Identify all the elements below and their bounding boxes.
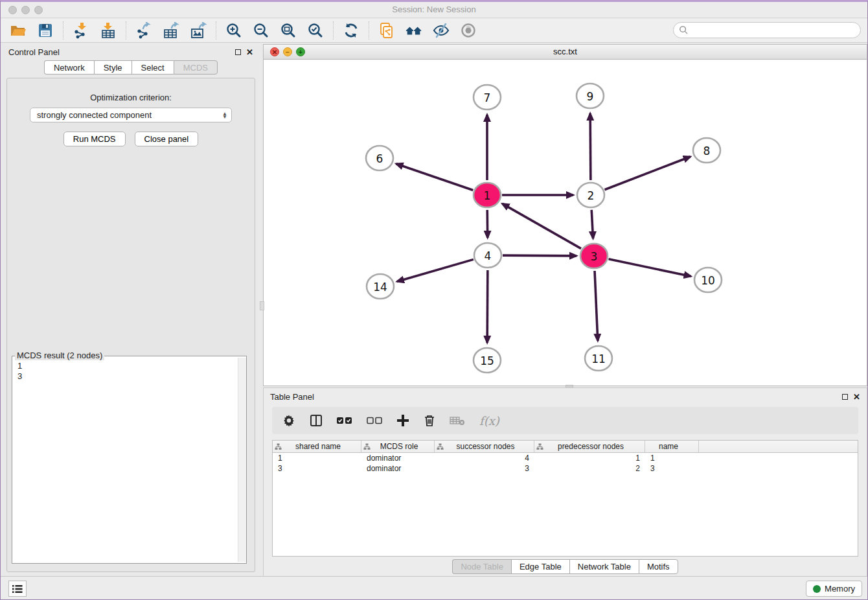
tab-network-table[interactable]: Network Table — [569, 559, 639, 574]
edge-2-3[interactable] — [591, 210, 593, 238]
import-network-icon[interactable] — [72, 21, 90, 40]
table-row[interactable]: 1dominator411 — [273, 453, 858, 463]
cell-predecessor-nodes[interactable]: 2 — [534, 463, 645, 474]
window-title: Session: New Session — [1, 5, 867, 14]
refresh-icon[interactable] — [342, 21, 360, 40]
cell-MCDS-role[interactable]: dominator — [361, 453, 435, 463]
cell-shared-name[interactable]: 3 — [273, 463, 361, 474]
cell-shared-name[interactable]: 1 — [273, 453, 361, 463]
network-overview-icon[interactable] — [405, 21, 423, 40]
svg-text:2: 2 — [588, 189, 595, 202]
vertical-splitter-handle[interactable] — [260, 301, 264, 310]
memory-button[interactable]: Memory — [806, 581, 862, 597]
network-window-titlebar[interactable]: ✕ − + scc.txt — [264, 45, 867, 60]
cell-name[interactable]: 3 — [645, 463, 699, 474]
column-header-successor-nodes[interactable]: successor nodes — [435, 441, 534, 452]
edge-3-10[interactable] — [609, 259, 691, 277]
network-view-window: ✕ − + scc.txt 1234678910111415 — [263, 44, 867, 386]
node-10[interactable]: 10 — [694, 268, 722, 292]
cell-MCDS-role[interactable]: dominator — [361, 463, 435, 474]
cell-name[interactable]: 1 — [645, 453, 699, 463]
task-history-button[interactable] — [8, 581, 27, 597]
column-header-predecessor-nodes[interactable]: predecessor nodes — [534, 441, 645, 452]
edge-2-8[interactable] — [604, 157, 690, 190]
tab-edge-table[interactable]: Edge Table — [511, 559, 569, 574]
hide-graphics-details-icon[interactable] — [432, 21, 450, 40]
show-all-columns-icon[interactable] — [337, 416, 352, 425]
run-mcds-button[interactable]: Run MCDS — [63, 132, 126, 146]
tab-network[interactable]: Network — [44, 60, 94, 75]
node-11[interactable]: 11 — [585, 346, 612, 371]
svg-text:1: 1 — [484, 189, 491, 202]
node-14[interactable]: 14 — [367, 274, 394, 299]
tab-mcds[interactable]: MCDS — [174, 60, 218, 75]
node-8[interactable]: 8 — [693, 138, 720, 163]
close-table-panel-icon[interactable]: ✕ — [853, 392, 860, 402]
mcds-result-text[interactable]: 13 — [12, 358, 237, 563]
scrollbar[interactable] — [238, 358, 246, 562]
edge-4-15[interactable] — [487, 270, 488, 343]
delete-column-icon[interactable] — [424, 414, 435, 427]
search-input[interactable] — [692, 24, 860, 37]
node-9[interactable]: 9 — [577, 84, 604, 108]
export-image-icon[interactable] — [189, 21, 207, 40]
zoom-selected-icon[interactable] — [306, 21, 325, 40]
zoom-fit-icon[interactable] — [279, 21, 297, 40]
node-15[interactable]: 15 — [474, 348, 501, 373]
zoom-out-icon[interactable] — [252, 21, 270, 40]
edge-3-11[interactable] — [595, 271, 598, 341]
column-header-MCDS-role[interactable]: MCDS role — [361, 441, 435, 452]
node-2[interactable]: 2 — [577, 183, 604, 207]
node-3[interactable]: 3 — [580, 244, 608, 268]
svg-text:6: 6 — [376, 152, 383, 165]
node-1[interactable]: 1 — [474, 183, 501, 207]
cell-successor-nodes[interactable]: 4 — [435, 453, 534, 463]
search-field[interactable] — [673, 22, 861, 38]
table-panel: Table Panel ✕ — [263, 387, 867, 577]
mcds-result-box: MCDS result (2 nodes) 13 — [12, 356, 247, 564]
import-table-icon[interactable] — [99, 21, 117, 40]
tab-node-table[interactable]: Node Table — [452, 559, 511, 574]
export-network-icon[interactable] — [135, 21, 153, 40]
svg-text:7: 7 — [484, 91, 491, 104]
tab-motifs[interactable]: Motifs — [639, 559, 678, 574]
tab-select[interactable]: Select — [131, 60, 174, 75]
delete-table-icon[interactable] — [450, 415, 465, 426]
table-header-row: shared nameMCDS rolesuccessor nodesprede… — [273, 441, 858, 453]
criterion-dropdown[interactable]: strongly connected component ▲▼ — [30, 108, 232, 122]
cell-successor-nodes[interactable]: 3 — [435, 463, 534, 474]
show-graphics-details-icon[interactable] — [459, 21, 477, 40]
split-columns-icon[interactable] — [310, 414, 323, 427]
float-table-panel-icon[interactable] — [842, 394, 848, 400]
edge-4-14[interactable] — [397, 259, 474, 281]
edge-3-1[interactable] — [502, 203, 581, 248]
gear-icon[interactable] — [282, 414, 295, 427]
edge-4-3[interactable] — [503, 255, 577, 256]
node-7[interactable]: 7 — [474, 85, 501, 110]
mcds-panel: Optimization criterion: strongly connect… — [6, 78, 255, 572]
hide-all-columns-icon[interactable] — [367, 416, 382, 425]
cell-predecessor-nodes[interactable]: 1 — [534, 453, 645, 463]
network-canvas[interactable]: 1234678910111415 — [264, 60, 867, 386]
open-session-icon[interactable] — [9, 21, 27, 40]
clone-network-icon[interactable] — [378, 21, 396, 40]
node-6[interactable]: 6 — [366, 146, 393, 170]
tab-style[interactable]: Style — [94, 60, 131, 75]
export-table-icon[interactable] — [162, 21, 180, 40]
save-session-icon[interactable] — [36, 21, 54, 40]
edge-1-6[interactable] — [396, 164, 474, 190]
main-toolbar — [1, 19, 867, 43]
close-panel-button[interactable]: Close panel — [135, 132, 199, 146]
float-panel-icon[interactable] — [235, 49, 241, 55]
node-4[interactable]: 4 — [474, 243, 501, 268]
table-panel-tabs: Node TableEdge TableNetwork TableMotifs — [264, 559, 867, 574]
edge-2-9[interactable] — [590, 113, 591, 180]
function-builder-icon[interactable]: f(x) — [479, 414, 499, 428]
close-panel-icon[interactable]: ✕ — [246, 47, 253, 57]
table-row[interactable]: 3dominator323 — [273, 463, 858, 474]
zoom-in-icon[interactable] — [225, 21, 243, 40]
add-column-icon[interactable] — [396, 414, 409, 427]
column-header-name[interactable]: name — [645, 441, 699, 452]
network-graph[interactable]: 1234678910111415 — [264, 60, 867, 386]
column-header-shared-name[interactable]: shared name — [273, 441, 361, 452]
